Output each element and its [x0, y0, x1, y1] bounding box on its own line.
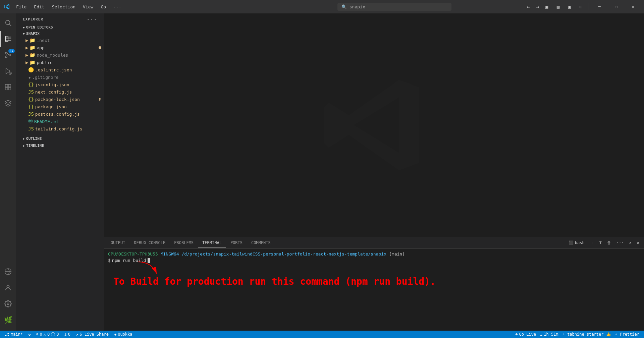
info-icon: ⓘ [51, 332, 55, 337]
statusbar-sync[interactable]: ↻ [26, 331, 33, 338]
svg-line-7 [7, 53, 9, 55]
outline-chevron: ▶ [23, 137, 25, 140]
activity-run-debug[interactable] [0, 63, 16, 79]
layout-toggle-4[interactable]: ⊞ [576, 2, 586, 12]
snapix-section[interactable]: ▼ SNAPIX [16, 30, 104, 37]
nav-forward[interactable]: → [534, 3, 542, 11]
prettier-label: ✓ Prettier [615, 332, 639, 337]
build-annotation-text: To Build for production run this command… [113, 276, 640, 287]
quokka-icon: ◈ [114, 332, 116, 337]
activity-explorer[interactable] [0, 31, 16, 47]
activity-search2[interactable] [0, 95, 16, 111]
main-body: 14 [0, 13, 644, 331]
close-panel-btn[interactable]: ✕ [635, 240, 641, 246]
sidebar-more-button[interactable]: ··· [87, 16, 97, 22]
search-icon: 🔍 [341, 4, 347, 9]
tree-item-postcss[interactable]: JS postcss.config.js [16, 110, 104, 118]
activity-source-control[interactable]: 14 [0, 47, 16, 63]
activity-remote[interactable] [0, 264, 16, 280]
tab-debug-console[interactable]: DEBUG CONSOLE [130, 238, 169, 247]
tree-item-public[interactable]: ▶ 📁 public [16, 59, 104, 66]
folder-img-app: 📁 [30, 45, 35, 50]
tree-item-app[interactable]: ▶ 📁 app [16, 44, 104, 51]
live-share-label: 6 Live Share [79, 332, 109, 337]
kill-terminal-btn[interactable]: 🗑 [605, 240, 613, 246]
tree-item-tailwind[interactable]: JS tailwind.config.js [16, 125, 104, 132]
statusbar-ports[interactable]: ⚓ 0 [62, 331, 72, 338]
tab-ports[interactable]: PORTS [226, 238, 247, 247]
tab-terminal[interactable]: TERMINAL [198, 238, 226, 247]
menu-more[interactable]: ··· [110, 3, 124, 11]
tree-item-package[interactable]: {} package.json [16, 103, 104, 110]
eslint-icon: 🟡 [28, 67, 34, 72]
menu-view[interactable]: View [79, 3, 97, 11]
nav-back[interactable]: ← [524, 3, 532, 11]
maximize-panel-btn[interactable]: ∧ [627, 240, 634, 246]
panel-actions: ⬛ bash ＋ ⊤ 🗑 ··· ∧ ✕ [567, 239, 641, 246]
layout-toggle-3[interactable]: ▣ [565, 2, 575, 12]
search-bar[interactable]: 🔍 snapix [337, 3, 451, 11]
tabnine-label: ◦ tabnine starter 👍 [562, 332, 611, 337]
statusbar-live-share[interactable]: ↗ 6 Live Share [74, 331, 111, 338]
statusbar-errors[interactable]: ⊗ 0 △ 0 ⓘ 0 [34, 331, 61, 338]
tab-output[interactable]: OUTPUT [107, 238, 129, 247]
tab-comments[interactable]: COMMENTS [247, 238, 275, 247]
menu-selection[interactable]: Selection [49, 3, 79, 11]
tree-item-eslint[interactable]: 🟡 .eslintrc.json [16, 66, 104, 73]
more-actions-btn[interactable]: ··· [614, 240, 626, 246]
statusbar-time[interactable]: ☁ 1h 51m [538, 332, 560, 337]
activity-search[interactable] [0, 15, 16, 31]
tree-item-nextconfig[interactable]: JS next.config.js [16, 88, 104, 96]
tree-item-packagelock[interactable]: {} package-lock.json M [16, 96, 104, 103]
layout-toggle-1[interactable]: ▣ [542, 2, 552, 12]
tree-item-gitignore[interactable]: ⬥ .gitignore [16, 73, 104, 81]
outline-section[interactable]: ▶ OUTLINE [16, 135, 104, 142]
git-icon: ⬥ [28, 74, 31, 80]
statusbar-go-live[interactable]: ⊕ Go Live [513, 332, 538, 337]
tree-item-jsconfig[interactable]: {} jsconfig.json [16, 81, 104, 88]
tab-problems[interactable]: PROBLEMS [170, 238, 198, 247]
restore-button[interactable]: ❐ [608, 2, 624, 12]
modified-dot-app [99, 46, 101, 49]
tree-item-next[interactable]: ▶ 📁 .next [16, 37, 104, 44]
layout-toggle-2[interactable]: ▤ [553, 2, 563, 12]
item-label-package: package.json [35, 104, 104, 109]
timeline-section[interactable]: ▶ TIMELINE [16, 142, 104, 149]
statusbar-prettier[interactable]: ✓ Prettier [613, 332, 641, 337]
close-button[interactable]: ✕ [625, 2, 641, 12]
prompt-shell-type: MINGW64 [161, 251, 179, 257]
sidebar-title: EXPLORER [23, 17, 43, 21]
activity-extensions[interactable] [0, 79, 16, 95]
activity-account[interactable] [0, 280, 16, 296]
menu-go[interactable]: Go [97, 3, 109, 11]
prompt-dollar: $ [108, 258, 111, 263]
menu-edit[interactable]: Edit [31, 3, 48, 11]
info-count: 0 [56, 332, 59, 337]
statusbar-quokka[interactable]: ◈ Quokka [112, 331, 135, 338]
json-icon-jsconfig: {} [28, 82, 34, 87]
tree-item-readme[interactable]: ⓜ README.md [16, 118, 104, 125]
item-label-nextconfig: next.config.js [35, 90, 104, 95]
prompt-user: CPU@DESKTOP-TPH3U55 [108, 251, 158, 257]
minimize-button[interactable]: ─ [592, 2, 607, 12]
folder-img-public: 📁 [30, 60, 35, 65]
error-icon: ⊗ [36, 332, 38, 337]
annotation-arrow [135, 260, 162, 277]
new-terminal-btn[interactable]: ＋ [588, 239, 596, 246]
statusbar-tabnine[interactable]: ◦ tabnine starter 👍 [560, 332, 613, 337]
js-icon-nextconfig: JS [28, 89, 34, 95]
menu-file[interactable]: File [13, 3, 30, 11]
statusbar-branch[interactable]: ⎇ main* [3, 331, 25, 338]
open-editors-chevron: ▶ [23, 25, 25, 29]
snapix-label: SNAPIX [26, 32, 40, 36]
activity-leaf[interactable]: 🌿 [0, 312, 16, 328]
terminal-content[interactable]: CPU@DESKTOP-TPH3U55 MINGW64 /d/projects/… [104, 249, 644, 331]
open-editors-section[interactable]: ▶ OPEN EDITORS [16, 24, 104, 30]
activity-settings[interactable] [0, 296, 16, 312]
svg-rect-14 [5, 88, 8, 90]
terminal-panel: OUTPUT DEBUG CONSOLE PROBLEMS TERMINAL P… [104, 237, 644, 331]
tree-item-node-modules[interactable]: ▶ 📁 node_modules [16, 51, 104, 59]
js-icon-tailwind: JS [28, 126, 34, 131]
split-terminal-btn[interactable]: ⊤ [597, 240, 604, 246]
time-label: 1h 51m [544, 332, 558, 337]
